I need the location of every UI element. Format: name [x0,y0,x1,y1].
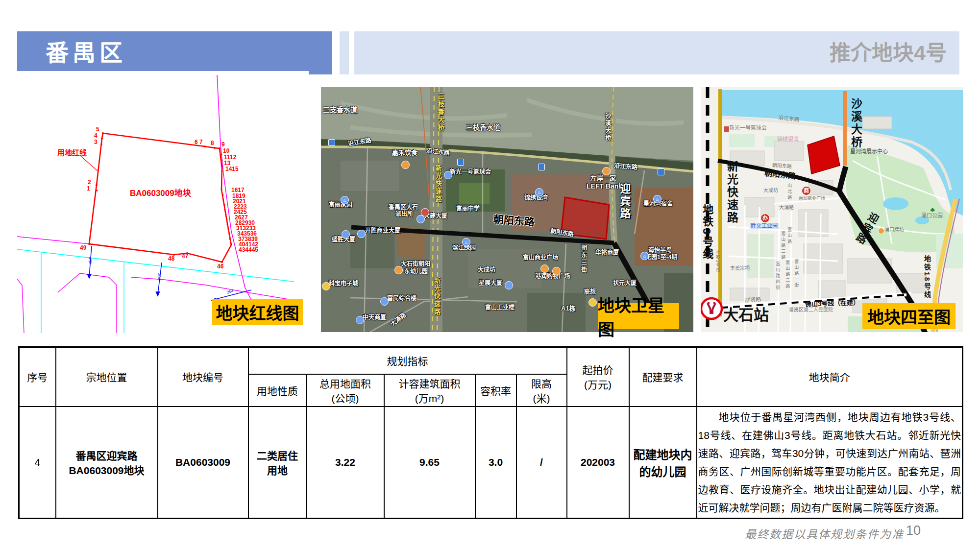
footer-disclaimer: 最终数据以具体规划条件为准 [745,525,904,542]
cell-gfa: 9.65 [384,407,475,519]
redline-map-drawing [17,71,309,333]
col-header-price: 起拍价 (万元) [567,347,629,407]
plot-intro-text: 地块位于番禺星河湾西侧，地块周边有地铁3号线、18号线、在建佛山3号线。距离地铁… [698,408,961,517]
caption-vicinity-text: 地块四至图 [867,304,951,328]
cell-height: / [516,407,567,519]
caption-redline-map: 地块红线图 [212,299,303,325]
plot-title: 推介地块4号 [830,41,947,65]
col-header-planning: 规划指标 [248,347,567,374]
col-header-seq: 序号 [19,347,56,407]
cell-location: 番禺区迎宾路 BA0603009地块 [56,407,158,519]
col-header-code: 地块编号 [158,347,248,407]
caption-redline-text: 地块红线图 [216,300,299,324]
district-title: 番禺区 [46,40,126,66]
col-header-height: 限高 (米) [516,374,567,407]
cell-intro: 地块位于番禺星河湾西侧，地块周边有地铁3号线、18号线、在建佛山3号线。距离地铁… [697,407,963,519]
cell-land-use: 二类居住 用地 [248,407,307,519]
metro-station-icon [701,298,722,319]
cell-far: 3.0 [475,407,516,519]
plot-info-table: 序号 宗地位置 地块编号 规划指标 起拍价 (万元) 配建要求 地块简介 用地性… [18,346,963,519]
caption-vicinity-map: 地块四至图 [862,303,956,329]
cell-area: 3.22 [307,407,384,519]
col-header-land-use: 用地性质 [248,374,307,407]
col-header-requirement: 配建要求 [629,347,697,407]
col-header-location: 宗地位置 [56,347,158,407]
slide-page: 番禺区 推介地块4号 [0,0,980,551]
caption-satellite-text: 地块卫星图 [598,292,679,340]
vicinity-map-drawing [701,87,963,332]
cell-code: BA0603009 [158,407,248,519]
page-number: 10 [906,523,921,538]
col-header-far: 容积率 [475,374,516,407]
col-header-intro: 地块简介 [697,347,963,407]
col-header-area: 总用地面积 (公顷) [307,374,384,407]
col-header-gfa: 计容建筑面积 (万m²) [384,374,475,407]
redline-map: BA0603009地块用地红线5436 78910111213141516171… [17,71,309,333]
caption-satellite-map: 地块卫星图 [598,303,679,329]
cell-seq: 4 [19,407,56,519]
vicinity-map: 沙溪大桥沿江东路新光一号篮球会锦绣银湾星河湾展示中心朝阳东路朝阳东路迎宾路地铁3… [701,87,963,332]
parcel-satellite-polygon [561,197,609,239]
district-title-bar: 番禺区 [17,31,332,74]
header-accent-strip [340,31,349,74]
cell-price: 202003 [567,407,629,519]
cell-requirement: 配建地块内 的幼儿园 [629,407,697,519]
plot-title-bar: 推介地块4号 [354,31,959,74]
